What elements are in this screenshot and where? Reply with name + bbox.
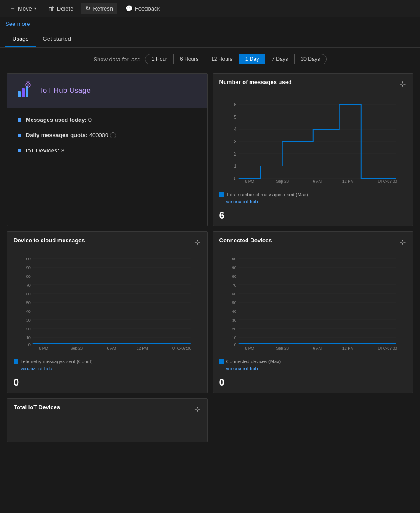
svg-rect-1 xyxy=(22,88,25,97)
stat-val-messages-today: 0 xyxy=(88,117,92,123)
svg-text:20: 20 xyxy=(26,327,31,331)
see-more-link[interactable]: See more xyxy=(5,21,30,27)
svg-text:30: 30 xyxy=(232,318,236,322)
move-button[interactable]: → Move ▾ xyxy=(5,3,41,14)
connected-devices-chart-area: 100 90 80 70 60 50 40 30 20 10 0 6 PM Se… xyxy=(213,251,413,356)
messages-chart-svg: 6 5 4 3 2 1 0 6 PM Sep 23 6 AM 12 PM UTC… xyxy=(219,96,407,184)
feedback-button[interactable]: 💬 Feedback xyxy=(121,3,164,14)
stat-dot xyxy=(18,118,21,122)
svg-text:90: 90 xyxy=(232,265,236,270)
move-icon: → xyxy=(10,5,16,12)
time-btn-30d[interactable]: 30 Days xyxy=(295,54,326,64)
time-btn-1d[interactable]: 1 Day xyxy=(239,54,265,64)
stat-row-messages-today: Messages used today: 0 xyxy=(18,117,197,123)
stat-key-devices: IoT Devices: xyxy=(26,147,60,154)
messages-legend-row: Total number of messages used (Max) xyxy=(219,192,407,197)
device-cloud-hub-name: winona-iot-hub xyxy=(21,366,52,371)
iot-hub-icon xyxy=(16,81,35,100)
svg-text:10: 10 xyxy=(26,336,31,340)
time-btn-7d[interactable]: 7 Days xyxy=(265,54,294,64)
svg-text:4: 4 xyxy=(234,127,236,132)
device-cloud-legend-row: Telemetry messages sent (Count) xyxy=(14,359,201,364)
refresh-button[interactable]: ↻ Refresh xyxy=(81,3,117,14)
stat-val-quota: 400000 xyxy=(89,132,108,138)
connected-devices-card: Connected Devices ⊹ 100 90 80 70 60 xyxy=(213,231,413,393)
svg-text:6 PM: 6 PM xyxy=(39,346,48,350)
svg-text:6 PM: 6 PM xyxy=(245,346,254,350)
connected-devices-value: 0 xyxy=(213,376,413,393)
refresh-label: Refresh xyxy=(93,5,113,12)
connected-devices-hub-name: winona-iot-hub xyxy=(226,366,258,371)
svg-text:80: 80 xyxy=(232,274,236,279)
device-cloud-value: 0 xyxy=(7,376,207,393)
time-btn-6h[interactable]: 6 Hours xyxy=(174,54,205,64)
svg-text:50: 50 xyxy=(232,301,236,305)
svg-text:0: 0 xyxy=(234,343,236,347)
usage-stats: Messages used today: 0 Daily messages qu… xyxy=(7,108,207,171)
device-cloud-legend-text: Telemetry messages sent (Count) xyxy=(21,359,92,364)
svg-text:12 PM: 12 PM xyxy=(342,179,353,184)
pin-messages-chart-button[interactable]: ⊹ xyxy=(399,79,406,89)
tab-usage[interactable]: Usage xyxy=(5,31,36,47)
delete-icon: 🗑 xyxy=(49,5,55,12)
svg-text:0: 0 xyxy=(28,343,31,347)
svg-text:100: 100 xyxy=(24,257,31,261)
messages-chart-header: Number of messages used ⊹ xyxy=(213,74,413,92)
messages-chart-card: Number of messages used ⊹ 6 5 4 3 2 1 0 xyxy=(213,73,413,226)
svg-text:10: 10 xyxy=(232,336,236,340)
connected-devices-footer: Connected devices (Max) winona-iot-hub xyxy=(213,356,413,376)
svg-text:40: 40 xyxy=(232,309,236,314)
svg-text:UTC-07:00: UTC-07:00 xyxy=(378,346,397,350)
usage-card-title: IoT Hub Usage xyxy=(41,86,91,95)
connected-devices-svg: 100 90 80 70 60 50 40 30 20 10 0 6 PM Se… xyxy=(219,254,407,350)
svg-text:5: 5 xyxy=(234,115,236,120)
connected-devices-header: Connected Devices ⊹ xyxy=(213,232,413,251)
device-cloud-svg: 100 90 80 70 60 50 40 30 20 10 0 6 PM Se… xyxy=(14,254,201,350)
time-btn-1h[interactable]: 1 Hour xyxy=(145,54,174,64)
stat-dot-3 xyxy=(18,149,21,152)
svg-text:60: 60 xyxy=(26,292,31,296)
svg-text:6 PM: 6 PM xyxy=(245,179,254,184)
feedback-icon: 💬 xyxy=(125,5,133,12)
messages-legend-dot xyxy=(219,192,224,197)
connected-devices-legend-text: Connected devices (Max) xyxy=(226,359,281,364)
messages-chart-area: 6 5 4 3 2 1 0 6 PM Sep 23 6 AM 12 PM UTC… xyxy=(213,92,413,189)
quota-info-icon[interactable]: i xyxy=(110,132,116,138)
stat-key-messages-today: Messages used today: xyxy=(26,117,87,123)
svg-text:Sep 23: Sep 23 xyxy=(276,346,289,350)
refresh-icon: ↻ xyxy=(85,5,91,12)
svg-rect-2 xyxy=(26,86,28,97)
pin-total-iot-button[interactable]: ⊹ xyxy=(194,404,201,414)
total-iot-header: Total IoT Devices ⊹ xyxy=(7,399,207,417)
tab-get-started[interactable]: Get started xyxy=(36,31,78,47)
svg-text:70: 70 xyxy=(26,283,31,287)
total-iot-title: Total IoT Devices xyxy=(14,404,60,410)
device-cloud-header: Device to cloud messages ⊹ xyxy=(7,232,207,251)
svg-text:6 AM: 6 AM xyxy=(313,179,322,184)
svg-text:6 AM: 6 AM xyxy=(313,346,322,350)
svg-text:100: 100 xyxy=(229,257,236,261)
tabs-bar: Usage Get started xyxy=(0,31,420,48)
svg-text:40: 40 xyxy=(26,309,31,314)
delete-button[interactable]: 🗑 Delete xyxy=(44,3,78,14)
time-filter-label: Show data for last: xyxy=(93,56,141,63)
svg-text:60: 60 xyxy=(232,292,236,296)
pin-connected-devices-button[interactable]: ⊹ xyxy=(399,237,406,247)
svg-text:1: 1 xyxy=(234,164,236,169)
time-btn-12h[interactable]: 12 Hours xyxy=(205,54,239,64)
messages-legend-text: Total number of messages used (Max) xyxy=(226,192,308,197)
svg-text:6 AM: 6 AM xyxy=(107,346,116,350)
svg-text:30: 30 xyxy=(26,318,31,322)
dropdown-icon: ▾ xyxy=(34,6,36,11)
pin-device-cloud-button[interactable]: ⊹ xyxy=(194,237,201,247)
svg-text:6: 6 xyxy=(234,103,236,107)
device-cloud-legend-dot xyxy=(14,359,18,364)
usage-card-header: IoT Hub Usage xyxy=(7,74,207,108)
time-filter-bar: Show data for last: 1 Hour 6 Hours 12 Ho… xyxy=(0,48,420,68)
svg-text:70: 70 xyxy=(232,283,236,287)
time-filter-group: 1 Hour 6 Hours 12 Hours 1 Day 7 Days 30 … xyxy=(145,54,327,64)
connected-devices-title: Connected Devices xyxy=(219,237,272,244)
total-iot-card: Total IoT Devices ⊹ xyxy=(7,398,208,442)
connected-devices-legend-dot xyxy=(219,359,224,364)
svg-text:3: 3 xyxy=(234,139,236,144)
